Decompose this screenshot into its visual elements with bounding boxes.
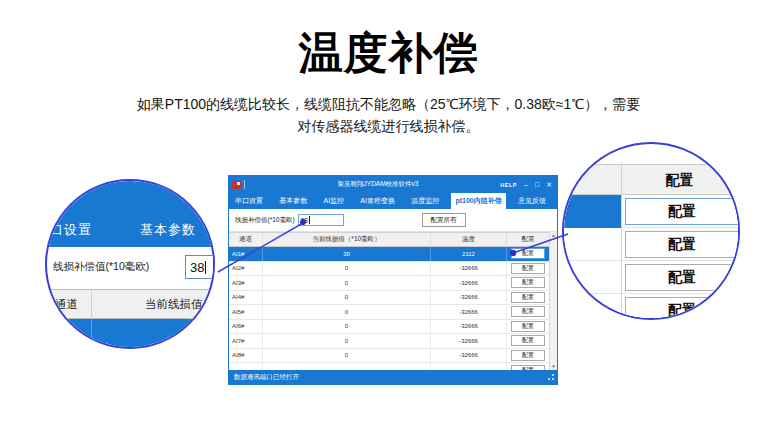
minimize-button[interactable]: – [524,181,528,188]
status-text: 数据通讯端口已经打开 [234,373,299,382]
page: 温度补偿 如果PT100的线缆比较长，线缆阻抗不能忽略（25℃环境下，0.38欧… [0,0,777,426]
table-row[interactable]: AI6# 0 -32666 配置 [229,320,549,335]
close-button[interactable]: ✕ [546,181,552,188]
cell-channel: AI7# [229,334,263,348]
compensation-input[interactable]: 38 [298,214,344,226]
table-row[interactable]: AI1# 30 2112 配置 [229,247,549,262]
callout-configure-button[interactable]: 配置 [625,264,739,291]
callout-tab-bar: 串口设置 基本参数 [47,181,213,247]
callout-configure-button[interactable]: 配置 [625,297,739,320]
table-row[interactable]: AI7# 0 -32666 配置 [229,334,549,349]
cell-temp: -32666 [431,291,507,305]
compensation-label: 线损补偿值(*10毫欧) [235,216,295,225]
header-line-loss: 当前线损值（*10毫欧） [263,233,431,246]
description-line1: 如果PT100的线缆比较长，线缆阻抗不能忽略（25℃环境下，0.38欧≈1℃），… [137,96,640,112]
callout-tab-serial: 串口设置 [45,221,92,239]
callout-header-channel: 通道 [55,297,78,312]
callout-compensation-input[interactable]: 38 [185,255,215,279]
cell-loss: 0 [263,276,431,290]
tab-temp-monitor[interactable]: 温度监控 [407,193,443,209]
cell-channel: AI5# [229,305,263,319]
table-row[interactable]: AI8# 0 -32666 配置 [229,349,549,364]
description: 如果PT100的线缆比较长，线缆阻抗不能忽略（25℃环境下，0.38欧≈1℃），… [0,93,777,137]
app-window: 聚英翱翔JYDAM校准软件v3 HELP – □ ✕ 串口设置 基本参数 AI监… [228,175,558,385]
cell-channel: AI1# [229,247,263,261]
configure-button[interactable]: 配置 [511,263,545,274]
toolbar: 线损补偿值(*10毫欧) 38 配置所有 [229,209,557,232]
cell-temp: -32666 [431,320,507,334]
configure-button[interactable]: 配置 [511,335,545,346]
callout-configure-header: 配置 [564,164,738,195]
configure-button[interactable]: 配置 [511,277,545,288]
configure-button[interactable]: 配置 [511,306,545,317]
cell-channel: AI2# [229,262,263,276]
cell-loss: 0 [263,291,431,305]
column-divider [621,162,622,318]
callout-selected-cell [564,195,621,228]
column-divider [91,290,92,318]
tab-ai-monitor[interactable]: AI监控 [319,193,348,209]
cell-loss: 0 [263,334,431,348]
table-row[interactable]: AI4# 0 -32666 配置 [229,291,549,306]
table-row[interactable]: AI3# 0 -32666 配置 [229,276,549,291]
cell-temp: -32666 [431,334,507,348]
cell-channel: AI6# [229,320,263,334]
window-controls: HELP – □ ✕ [500,181,557,188]
titlebar-separator [244,180,245,189]
cell-temp: -32666 [431,262,507,276]
header-channel: 通道 [229,233,263,246]
callout-compensation-value: 38 [190,260,204,275]
table-body: AI1# 30 2112 配置 AI2# 0 -32666 配置 AI3# 0 … [229,247,549,370]
table-row-partial[interactable]: 配置 [229,363,549,370]
tab-basic-params[interactable]: 基本参数 [275,193,311,209]
header-configure: 配置 [507,233,549,246]
help-button[interactable]: HELP [500,182,517,188]
tab-feedback[interactable]: 意见反馈 [514,193,550,209]
scroll-up-icon[interactable]: ▲ [551,232,555,239]
callout-configure-button[interactable]: 配置 [625,198,739,225]
cell-loss: 0 [263,320,431,334]
scroll-down-icon[interactable]: ▼ [551,363,555,370]
compensation-value: 38 [301,217,308,224]
configure-all-button[interactable]: 配置所有 [422,213,466,227]
callout-tab-basic: 基本参数 [140,221,196,239]
right-magnifier-callout: 配置 配置 配置 配置 配置 [562,142,740,320]
table-header: 通道 当前线损值（*10毫欧） 温度 配置 [229,232,549,247]
header-temperature: 温度 [431,233,507,246]
cell-loss: 30 [263,247,431,261]
cell-temp: -32666 [431,349,507,363]
tab-ai-range[interactable]: AI量程变换 [356,193,399,209]
cell-channel: AI3# [229,276,263,290]
callout-selected-row [47,319,213,349]
column-divider [91,319,92,349]
cell-loss: 0 [263,262,431,276]
tab-pt100-compensation[interactable]: pt100内阻补偿 [451,193,505,209]
description-line2: 对传感器线缆进行线损补偿。 [298,118,480,134]
configure-button[interactable]: 配置 [511,350,545,361]
table-row[interactable]: AI2# 0 -32666 配置 [229,262,549,277]
table-scrollbar[interactable]: ▲ ▼ [549,232,557,370]
configure-button[interactable]: 配置 [511,248,545,259]
table-row[interactable]: AI5# 0 -32666 配置 [229,305,549,320]
callout-header-label: 配置 [621,172,738,190]
text-cursor [309,216,310,224]
resize-grip-icon[interactable] [546,374,554,382]
callout-configure-button[interactable]: 配置 [625,231,739,258]
cell-temp: -32666 [431,276,507,290]
cell-loss: 0 [263,349,431,363]
left-magnifier-callout: 串口设置 基本参数 线损补偿值(*10毫欧) 38 通道 当前线损值 [45,179,215,349]
maximize-button[interactable]: □ [535,181,539,188]
cell-channel: AI4# [229,291,263,305]
callout-compensation-label: 线损补偿值(*10毫欧) [53,260,149,274]
cell-loss: 0 [263,305,431,319]
callout-table-header: 通道 当前线损值 [47,289,213,319]
titlebar: 聚英翱翔JYDAM校准软件v3 HELP – □ ✕ [229,176,557,193]
tab-bar: 串口设置 基本参数 AI监控 AI量程变换 温度监控 pt100内阻补偿 意见反… [229,193,557,209]
status-bar: 数据通讯端口已经打开 [229,370,557,384]
configure-button[interactable]: 配置 [511,292,545,303]
cell-temp: 2112 [431,247,507,261]
configure-button[interactable]: 配置 [511,321,545,332]
callout-header-loss: 当前线损值 [145,297,203,312]
tab-serial-settings[interactable]: 串口设置 [231,193,267,209]
app-icon [232,181,241,189]
